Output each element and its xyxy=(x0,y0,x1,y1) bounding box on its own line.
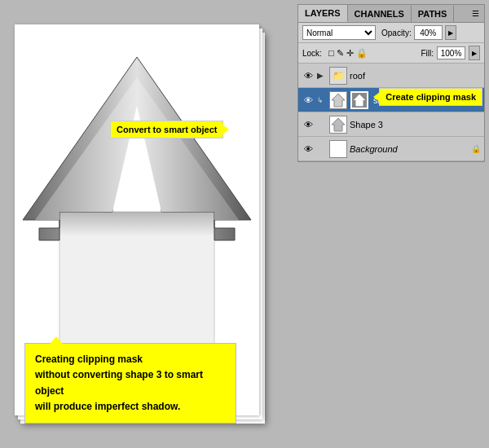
lock-move-icon[interactable]: ✛ xyxy=(346,48,354,59)
tooltip-convert-smart-object: Convert to smart object xyxy=(110,121,223,138)
tab-channels[interactable]: CHANNELS xyxy=(348,6,412,22)
fill-arrow[interactable]: ▶ xyxy=(469,46,480,60)
layers-panel: LAYERS CHANNELS PATHS ☰ Normal Opacity: … xyxy=(297,4,485,162)
layer-arrow-roof: ▶ xyxy=(317,71,327,80)
eye-icon-shape3[interactable]: 👁 xyxy=(302,118,315,131)
tab-layers[interactable]: LAYERS xyxy=(298,5,348,22)
svg-marker-4 xyxy=(332,118,345,131)
fill-label: Fill: xyxy=(421,49,434,58)
blend-mode-select[interactable]: Normal xyxy=(302,25,376,40)
svg-rect-1 xyxy=(59,212,214,236)
lock-fill-row: Lock: □ ✎ ✛ 🔒 Fill: ▶ xyxy=(298,43,484,64)
lock-all-icon[interactable]: 🔒 xyxy=(356,48,368,59)
layers-list: 👁 ▶ 📁 roof 👁 ↳ xyxy=(298,64,484,161)
layer-indent-shadow: ↳ xyxy=(317,96,327,104)
layer-thumb-roof: 📁 xyxy=(329,67,347,85)
tab-paths[interactable]: PATHS xyxy=(412,6,455,22)
panel-menu-icon[interactable]: ☰ xyxy=(467,6,484,21)
layer-name-shape3: Shape 3 xyxy=(350,120,481,130)
tooltip-create-clipping-mask: Create clipping mask xyxy=(379,88,482,106)
tooltip-bottom-line3: will produce imperfect shadow. xyxy=(35,399,226,415)
layer-row-shape3[interactable]: 👁 Shape 3 xyxy=(298,112,484,137)
tooltip-bottom-line2: without converting shape 3 to smart obje… xyxy=(35,367,226,398)
layer-mask-shadow xyxy=(350,91,368,109)
tooltip-bottom-line1: Creating clipping mask xyxy=(35,352,226,367)
tooltip-bottom-warning: Creating clipping mask without convertin… xyxy=(24,343,236,424)
layer-name-background: Background xyxy=(350,144,469,154)
fill-input[interactable] xyxy=(437,46,465,59)
lock-label: Lock: xyxy=(302,49,322,58)
layer-thumb-shape3 xyxy=(329,116,347,134)
layer-name-roof: roof xyxy=(350,71,481,81)
canvas-area: LAYERS CHANNELS PATHS ☰ Normal Opacity: … xyxy=(0,0,489,448)
lock-paint-icon[interactable]: ✎ xyxy=(337,48,344,59)
layer-row-background[interactable]: 👁 Background 🔒 xyxy=(298,137,484,161)
blend-opacity-row: Normal Opacity: ▶ xyxy=(298,23,484,43)
layer-row-roof[interactable]: 👁 ▶ 📁 roof xyxy=(298,64,484,88)
opacity-label: Opacity: xyxy=(381,29,412,37)
opacity-input[interactable] xyxy=(414,25,443,40)
svg-marker-2 xyxy=(332,94,345,107)
eye-icon-background[interactable]: 👁 xyxy=(302,143,315,156)
layer-thumb-background xyxy=(329,140,347,158)
lock-transparent-icon[interactable]: □ xyxy=(328,48,334,59)
eye-icon-roof[interactable]: 👁 xyxy=(302,69,315,82)
opacity-arrow[interactable]: ▶ xyxy=(445,25,456,40)
layer-thumb-shadow xyxy=(329,91,347,109)
panel-tabs: LAYERS CHANNELS PATHS ☰ xyxy=(298,5,484,23)
eye-icon-shadow[interactable]: 👁 xyxy=(302,94,315,107)
svg-marker-3 xyxy=(354,94,365,105)
lock-icon-background: 🔒 xyxy=(471,144,481,153)
lock-icons: □ ✎ ✛ 🔒 xyxy=(328,48,368,59)
